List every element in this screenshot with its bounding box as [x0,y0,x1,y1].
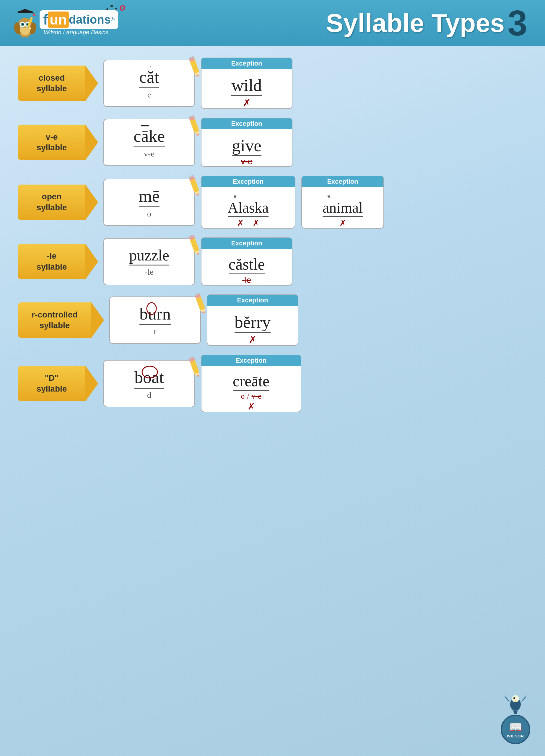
row-open: opensyllable mē o Exception ə Alaska [18,176,527,229]
label-ve: v-esyllable [18,125,86,160]
label-ve-ex: v-e [144,149,154,159]
word-me: mē [139,186,160,207]
row-closed: closedsyllable că˘t c Exception wild ✗ [18,58,527,109]
exception-animal: Exception ə animal ✗ [301,176,384,229]
cross1-alaska: ✗ [237,218,244,228]
word-closed: că˘t [139,67,159,88]
logo-reg: ® [111,17,115,23]
crossed-r-berry: ✗ [249,334,257,345]
example-le: puzzle -le [103,238,195,285]
exceptions-closed: Exception wild ✗ [201,58,292,109]
row-ve: v-esyllable cāke v-e Exception give v-e [18,118,527,167]
cross-animal: ✗ [339,218,346,228]
exception-header-castle: Exception [201,238,292,249]
label-d-text: "D"syllable [31,373,73,394]
word-berry: bĕrry [235,312,271,333]
row-rcontrolled: r-controlledsyllable burn r Exception bĕ… [18,294,527,346]
exception-berry: Exception bĕrry ✗ [207,294,298,346]
label-rcontrolled: r-controlledsyllable [18,302,92,338]
label-d: "D"syllable [18,366,86,401]
cross2-alaska: ✗ [253,218,259,228]
exception-create: Exception creāte o / v-e ✗ [201,355,301,412]
example-closed: că˘t c [103,60,195,107]
exceptions-rcontrolled: Exception bĕrry ✗ [207,294,298,346]
header-decoration: o [106,1,126,16]
wilson-eagle-icon [504,691,527,715]
label-le-text: -lesyllable [31,251,73,272]
exceptions-le: Exception căstle -le [201,237,292,286]
logo-dations: dations [69,13,111,26]
word-give: give [232,136,261,156]
cross-create: ✗ [248,401,255,412]
exceptions-open: Exception ə Alaska ✗ ✗ Exception ə anima… [201,176,384,229]
exception-header-berry: Exception [207,295,298,306]
exception-header-alaska: Exception [201,176,295,187]
title-number: 3 [507,5,527,41]
book-icon: 📖 [509,721,522,733]
logo-subtitle: Wilson Language Basics [44,29,118,36]
row-d: "D"syllable boat d Exception creāte [18,355,527,412]
example-d: boat d [103,360,195,407]
exception-header-give: Exception [201,118,292,129]
exception-give: Exception give v-e [201,118,292,167]
exception-header-animal: Exception [302,176,383,187]
word-puzzle: puzzle [129,247,169,265]
label-open-ex: o [147,209,151,219]
word-boat: boat [134,367,164,389]
svg-point-3 [33,14,35,16]
label-open: opensyllable [18,185,86,220]
word-animal: animal [323,199,363,217]
exception-castle: Exception căstle -le [201,237,292,286]
word-burn: burn [139,304,171,325]
title-text: Syllable Types [326,8,505,38]
svg-point-54 [513,697,515,699]
word-wild: wild [231,75,262,96]
row-le: -lesyllable puzzle -le Exception căstle … [18,237,527,286]
crossed-ve-create: v-e [252,392,261,401]
label-d-ex: d [147,390,151,400]
word-castle: căstle [229,255,265,274]
word-alaska: Alaska [228,199,269,217]
exception-alaska: Exception ə Alaska ✗ ✗ [201,176,295,229]
example-ve: cāke v-e [103,119,195,166]
label-open-text: opensyllable [31,191,73,213]
svg-point-45 [147,303,156,315]
label-closed: closedsyllable [18,66,86,101]
header-title: Syllable Types 3 [109,5,536,41]
label-o-create: o [241,392,245,401]
wilson-badge: 📖 WILSON [501,715,530,744]
wilson-label: WILSON [507,734,524,738]
label-r: r [154,327,156,336]
slash-create: / [247,392,249,401]
label-c: c [147,90,151,100]
owl-icon [12,8,38,38]
wilson-logo: 📖 WILSON [501,691,530,744]
word-create: creāte [233,372,269,391]
crossed-c-wild: ✗ [243,97,251,108]
exceptions-d: Exception creāte o / v-e ✗ [201,355,301,412]
main-content: closedsyllable că˘t c Exception wild ✗ [0,46,545,424]
example-open: mē o [103,179,195,226]
example-rcontrolled: burn r [109,296,201,344]
exception-wild: Exception wild ✗ [201,58,292,109]
svg-point-51 [142,366,157,378]
header: f un dations ® Wilson Language Basics o … [0,0,545,46]
label-closed-text: closedsyllable [31,73,73,94]
exceptions-ve: Exception give v-e [201,118,292,167]
label-le: -lesyllable [18,244,86,279]
crossed-le-castle: -le [242,276,251,285]
label-rcontrolled-text: r-controlledsyllable [26,309,84,331]
bounce-o: o [119,1,126,13]
exception-header-wild: Exception [201,58,292,69]
label-le-ex: -le [145,267,154,277]
svg-point-12 [22,23,24,25]
exception-header-create: Exception [201,355,301,366]
crossed-ve-give: v-e [241,157,253,166]
label-ve-text: v-esyllable [31,132,73,153]
word-cake: cāke [134,126,165,147]
logo-f: f [43,12,48,28]
logo-un: un [48,12,69,28]
